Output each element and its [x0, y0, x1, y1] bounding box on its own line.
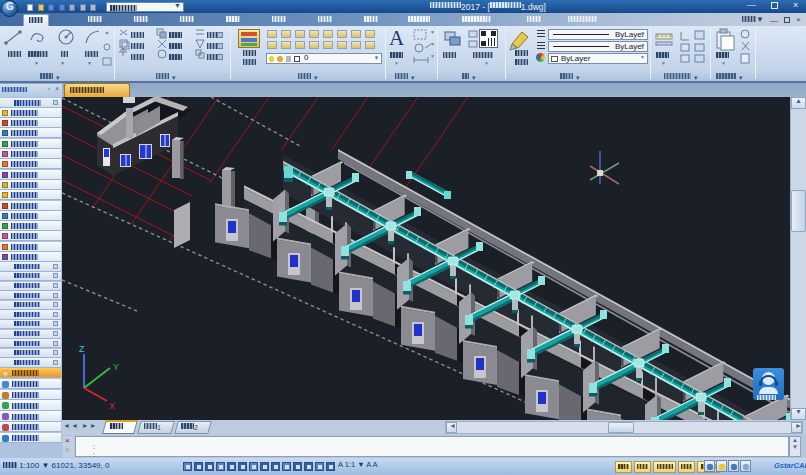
svg-text:Y: Y: [113, 362, 119, 372]
svg-text:X: X: [109, 401, 115, 411]
svg-text:Z: Z: [79, 344, 85, 354]
